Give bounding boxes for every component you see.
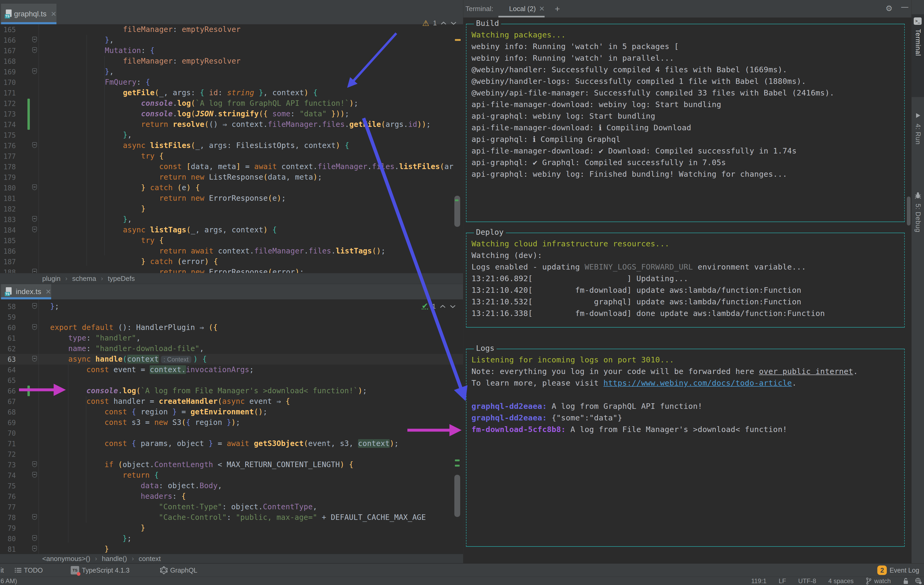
line-number: 60 bbox=[0, 324, 16, 332]
code-line-67: 67 const handler = createHandler(async e… bbox=[0, 396, 463, 407]
typescript-file-icon: TS bbox=[5, 287, 13, 296]
breadcrumb-item-3[interactable]: context bbox=[139, 555, 161, 563]
stripe-button-terminal[interactable]: >_ Terminal bbox=[912, 14, 924, 97]
chevron-down-icon[interactable] bbox=[450, 304, 456, 308]
line-number: 171 bbox=[0, 89, 16, 97]
terminal-line: 13:21:10.532[ graphql] update aws:lambda… bbox=[472, 296, 801, 308]
gutter-fold-icon[interactable] bbox=[32, 535, 37, 541]
breadcrumb-item-2[interactable]: handle() bbox=[102, 555, 127, 563]
line-ending[interactable]: LF bbox=[779, 577, 786, 585]
line-number: 80 bbox=[0, 535, 16, 543]
close-icon[interactable]: ✕ bbox=[45, 288, 51, 296]
terminal-line: @webiny/handler: Successfully compiled 4… bbox=[472, 64, 787, 76]
stripe-label: 4: Run bbox=[914, 124, 922, 145]
gutter-fold-icon[interactable] bbox=[32, 47, 37, 53]
line-number: 76 bbox=[0, 493, 16, 501]
gutter-fold-icon[interactable] bbox=[32, 472, 37, 478]
line-number: 77 bbox=[0, 503, 16, 511]
editor-tabbar-top: TS graphql.ts ✕ bbox=[0, 4, 463, 25]
gutter-fold-icon[interactable] bbox=[32, 324, 37, 330]
graphql-tool-button[interactable]: GraphQL bbox=[160, 566, 197, 574]
stripe-label: 5: Debug bbox=[914, 204, 922, 232]
editor-scrollbar[interactable] bbox=[454, 475, 460, 517]
terminal-tab-local[interactable]: Local (2)✕ bbox=[509, 5, 544, 13]
status-bar: 6 AM) 119:1 LF UTF-8 4 spaces watch bbox=[0, 577, 924, 585]
code-line-174: 174 return resolve(() ⇒ context.fileMana… bbox=[0, 119, 463, 130]
line-number: 64 bbox=[0, 366, 16, 374]
terminal-line: 13:21:10.420[ fm-download] update aws:la… bbox=[472, 284, 801, 296]
gutter-fold-icon[interactable] bbox=[32, 185, 37, 190]
line-number: 183 bbox=[0, 216, 16, 224]
inspection-widget-bottom[interactable]: ✔ 1 bbox=[422, 302, 456, 310]
caret-position[interactable]: 119:1 bbox=[751, 577, 766, 585]
editor-index-ts[interactable]: 58};5960export default (): HandlerPlugin… bbox=[0, 299, 463, 554]
gutter-fold-icon[interactable] bbox=[32, 356, 37, 362]
editor-graphql-ts[interactable]: 165 fileManager: emptyResolver166 },167 … bbox=[0, 24, 463, 273]
tab-graphql-ts[interactable]: TS graphql.ts ✕ bbox=[1, 4, 56, 24]
terminal-line: webiny info: Running 'watch' in 5 packag… bbox=[472, 41, 679, 52]
terminal-box-logs: LogsListening for incoming logs on port … bbox=[466, 349, 905, 547]
docs-link[interactable]: https://www.webiny.com/docs/todo-article bbox=[604, 379, 792, 387]
new-terminal-button[interactable]: + bbox=[554, 4, 560, 14]
line-number: 187 bbox=[0, 258, 16, 266]
lock-icon[interactable] bbox=[903, 578, 909, 585]
line-number: 73 bbox=[0, 461, 16, 469]
typescript-icon: TS bbox=[71, 566, 79, 574]
gutter-fold-icon[interactable] bbox=[32, 37, 37, 43]
stripe-button-debug[interactable]: 5: Debug bbox=[912, 192, 924, 263]
gutter-fold-icon[interactable] bbox=[32, 269, 37, 273]
file-encoding[interactable]: UTF-8 bbox=[798, 577, 816, 585]
stripe-button-run[interactable]: 4: Run bbox=[912, 112, 924, 173]
line-number: 59 bbox=[0, 313, 16, 321]
code-line-187: 187 } catch (error) { bbox=[0, 256, 463, 267]
gutter-fold-icon[interactable] bbox=[32, 303, 37, 309]
gutter-fold-icon[interactable] bbox=[32, 216, 37, 222]
event-log-button[interactable]: 2 Event Log bbox=[877, 565, 919, 575]
gutter-fold-icon[interactable] bbox=[32, 68, 37, 74]
close-icon[interactable]: ✕ bbox=[51, 10, 56, 18]
gutter-fold-icon[interactable] bbox=[32, 461, 37, 467]
terminal-line: 13:21:06.892[ ] Updating... bbox=[472, 273, 688, 284]
inspection-widget-top[interactable]: ⚠ 1 bbox=[422, 18, 457, 28]
close-icon[interactable]: ✕ bbox=[539, 5, 545, 13]
settings-globe-icon[interactable] bbox=[915, 578, 922, 585]
gear-icon[interactable]: ⚙ bbox=[886, 4, 893, 13]
code-line-182: 182 } bbox=[0, 204, 463, 214]
code-line-71: 71 const { params, object } = await getS… bbox=[0, 438, 463, 449]
git-branch[interactable]: watch bbox=[866, 577, 891, 585]
line-number: 188 bbox=[0, 269, 16, 273]
line-number: 179 bbox=[0, 173, 16, 181]
gutter-fold-icon[interactable] bbox=[32, 514, 37, 520]
code-line-65: 65 bbox=[0, 375, 463, 386]
code-line-179: 179 return new ListResponse(data, meta); bbox=[0, 172, 463, 183]
minimize-icon[interactable]: — bbox=[901, 2, 909, 12]
code-line-62: 62 name: "handler-download-file", bbox=[0, 343, 463, 354]
breadcrumb-item-1[interactable]: plugin bbox=[42, 275, 60, 283]
code-line-78: 78 "Cache-Control": "public, max-age=" +… bbox=[0, 512, 463, 523]
terminal-line: Watching cloud infrastructure resources.… bbox=[472, 238, 669, 249]
change-marker bbox=[28, 99, 30, 130]
todo-list-icon bbox=[15, 567, 21, 573]
typescript-tool-button[interactable]: TS TypeScript 4.1.3 bbox=[71, 566, 130, 574]
gutter-fold-icon[interactable] bbox=[32, 142, 37, 148]
line-number: 178 bbox=[0, 163, 16, 171]
chevron-up-icon[interactable] bbox=[440, 304, 446, 308]
terminal-line: Note: everything you log in your code wi… bbox=[472, 366, 858, 377]
gutter-fold-icon[interactable] bbox=[32, 227, 37, 232]
breadcrumb-item-2[interactable]: schema bbox=[72, 275, 96, 283]
code-line-73: 73 if (object.ContentLength < MAX_RETURN… bbox=[0, 460, 463, 470]
code-line-166: 166 }, bbox=[0, 35, 463, 45]
breadcrumb-item-3[interactable]: typeDefs bbox=[108, 275, 135, 283]
todo-tool-button[interactable]: TODO bbox=[15, 567, 43, 574]
indent-setting[interactable]: 4 spaces bbox=[828, 577, 853, 585]
line-number: 63 bbox=[0, 356, 16, 363]
truncated-tool-button[interactable]: it bbox=[0, 567, 4, 574]
terminal-scrollbar[interactable] bbox=[907, 196, 911, 226]
terminal-box-build: BuildWatching packages...webiny info: Ru… bbox=[466, 24, 905, 222]
terminal-line: @webiny/api-file-manager: Successfully c… bbox=[472, 87, 834, 99]
breadcrumb-item-1[interactable]: <anonymous>() bbox=[42, 555, 90, 563]
gutter-fold-icon[interactable] bbox=[32, 546, 37, 552]
line-number: 78 bbox=[0, 514, 16, 522]
chevron-down-icon[interactable] bbox=[450, 21, 457, 25]
chevron-up-icon[interactable] bbox=[441, 21, 447, 25]
